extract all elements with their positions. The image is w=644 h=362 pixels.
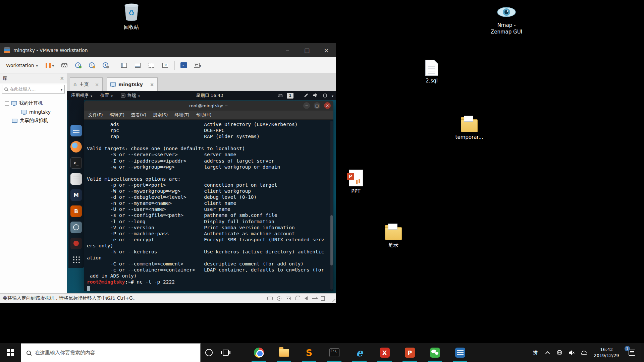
printer-icon[interactable] <box>295 297 300 300</box>
terminal-maximize-button[interactable] <box>314 102 320 109</box>
onedrive-tray-button[interactable] <box>578 343 590 362</box>
dock-burpsuite-icon[interactable] <box>70 205 82 217</box>
terminal-body[interactable]: ads Active Directory (LDAP/Kerberos) rpc… <box>84 120 333 291</box>
dock-beef-icon[interactable] <box>70 222 82 233</box>
applications-menu[interactable]: 应用程序 <box>67 91 96 100</box>
dock-metasploit-icon[interactable] <box>70 189 82 201</box>
terminal-menu-item[interactable]: 终端(T) <box>174 112 189 118</box>
sound-icon[interactable] <box>305 296 308 300</box>
terminal-menu-item[interactable]: 帮助(H) <box>196 112 212 118</box>
desktop-icon-ppt-file[interactable]: PPT <box>336 170 376 195</box>
workspace-indicator[interactable]: 1 <box>287 93 293 99</box>
desktop-icon-temporar-folder[interactable]: temporar... <box>449 115 489 140</box>
tab-close-icon[interactable] <box>150 82 154 87</box>
resize-grip[interactable] <box>330 297 335 302</box>
tab-home[interactable]: 主页 <box>70 77 103 91</box>
send-ctrl-alt-del-button[interactable] <box>60 61 69 70</box>
dock-text-editor-icon[interactable] <box>70 173 82 185</box>
cdrom-icon[interactable] <box>277 296 281 301</box>
network-tray-button[interactable] <box>553 343 566 362</box>
tree-collapse-icon[interactable] <box>5 101 9 106</box>
power-icon[interactable] <box>323 93 327 99</box>
dock-firefox-icon[interactable] <box>70 141 82 153</box>
terminal-menu-item[interactable]: 查看(V) <box>131 112 146 118</box>
library-search-input[interactable]: 在此处键入... <box>2 85 65 94</box>
dock-maltego-icon[interactable] <box>70 238 82 249</box>
tree-item-shared-vms[interactable]: 共享的虚拟机 <box>0 116 67 125</box>
show-desktop-button[interactable] <box>641 343 644 362</box>
terminal-menu-item[interactable]: 编辑(E) <box>110 112 124 118</box>
fit-guest-button[interactable] <box>147 61 156 70</box>
hidden-icons-button[interactable] <box>541 343 553 362</box>
fullscreen-button[interactable] <box>193 61 202 70</box>
hdd-icon[interactable] <box>267 297 273 300</box>
taskbar-search-input[interactable]: 在这里输入你要搜索的内容 <box>21 343 201 362</box>
terminal-window[interactable]: root@mingtsky: ~ 文件(F)编辑(E)查看(V)搜索(S)终端(… <box>84 101 333 291</box>
terminal-app-menu[interactable]: 终端 <box>117 91 144 100</box>
taskbar-app-internet-explorer[interactable] <box>347 343 372 362</box>
taskbar-app-chrome[interactable] <box>246 343 271 362</box>
message-icon[interactable] <box>321 296 325 301</box>
volume-icon[interactable] <box>313 93 318 99</box>
action-center-button[interactable]: 1 <box>623 343 641 362</box>
taskbar-app-file-explorer[interactable] <box>271 343 297 362</box>
tab-mingtsky[interactable]: mingtsky <box>107 77 158 91</box>
vmware-library-sidebar: 库 在此处键入... 我的计算机 <box>0 73 67 293</box>
taskbar-app-vmware[interactable] <box>447 343 473 362</box>
terminal-close-button[interactable] <box>324 102 331 109</box>
vmware-titlebar[interactable]: mingtsky - VMware Workstation <box>0 43 336 57</box>
places-menu[interactable]: 位置 <box>96 91 117 100</box>
taskbar-app-s[interactable] <box>297 343 322 362</box>
terminal-scrollbar-thumb[interactable] <box>330 215 333 265</box>
chrome-icon <box>254 348 264 358</box>
volume-tray-button[interactable] <box>566 343 578 362</box>
vm-display[interactable]: 应用程序 位置 终端 星期日 16:43 <box>67 91 336 293</box>
start-button[interactable] <box>0 343 21 362</box>
console-view-button[interactable] <box>179 61 189 70</box>
dock-show-applications-icon[interactable] <box>70 254 82 265</box>
desktop-icon-nmap-zenmap[interactable]: Nmap - Zenmap GUI <box>486 5 527 36</box>
kali-clock[interactable]: 星期日 16:43 <box>196 91 223 100</box>
usb-icon[interactable] <box>312 298 317 299</box>
ime-indicator[interactable]: 拼 <box>529 343 541 362</box>
revert-snapshot-button[interactable] <box>87 61 97 70</box>
show-library-button[interactable] <box>119 61 129 70</box>
pause-vm-button[interactable] <box>44 62 55 69</box>
show-thumbnail-bar-button[interactable] <box>133 61 143 70</box>
tree-item-mingtsky[interactable]: mingtsky <box>0 108 67 116</box>
manage-snapshots-button[interactable] <box>101 61 110 70</box>
taskbar-app-powerpoint[interactable] <box>397 343 422 362</box>
screen-share-icon[interactable] <box>278 94 282 97</box>
maximize-button[interactable] <box>297 43 317 57</box>
desktop-icon-bilu-folder[interactable]: 笔录 <box>373 223 414 248</box>
terminal-output-line: -e or --encrypt Encrypt SMB transport (U… <box>87 237 333 243</box>
input-method-icon[interactable] <box>304 93 309 99</box>
dock-terminal-icon[interactable] <box>70 157 82 169</box>
cloud-icon <box>580 350 587 355</box>
take-snapshot-button[interactable] <box>73 61 83 70</box>
dock-file-manager-icon[interactable] <box>70 125 82 136</box>
file-explorer-icon <box>279 349 289 357</box>
zenmap-eye-icon <box>496 5 517 20</box>
cortana-button[interactable] <box>201 343 217 362</box>
sidebar-close-icon[interactable] <box>60 75 64 81</box>
minimize-button[interactable] <box>278 43 297 57</box>
desktop-icon-sql-file[interactable]: 2.sql <box>412 60 452 84</box>
chevron-down-icon[interactable] <box>332 93 333 98</box>
taskbar-app-wechat[interactable] <box>422 343 447 362</box>
terminal-menu-item[interactable]: 文件(F) <box>88 112 103 118</box>
network-adapter-icon[interactable] <box>286 297 291 300</box>
taskbar-app-command-prompt[interactable] <box>322 343 347 362</box>
terminal-minimize-button[interactable] <box>303 102 310 109</box>
taskbar-app-x[interactable] <box>372 343 397 362</box>
close-button[interactable] <box>317 43 336 57</box>
fit-window-button[interactable] <box>161 61 170 70</box>
tab-close-icon[interactable] <box>95 82 99 87</box>
desktop-icon-recycle-bin[interactable]: ♻ 回收站 <box>111 3 152 31</box>
terminal-titlebar[interactable]: root@mingtsky: ~ <box>84 101 333 111</box>
terminal-menu-item[interactable]: 搜索(S) <box>153 112 168 118</box>
taskbar-clock[interactable]: 16:43 2019/12/29 <box>590 343 623 362</box>
task-view-button[interactable] <box>217 343 234 362</box>
tree-item-my-computer[interactable]: 我的计算机 <box>0 99 67 108</box>
workstation-menu-button[interactable]: Workstation <box>4 61 40 69</box>
